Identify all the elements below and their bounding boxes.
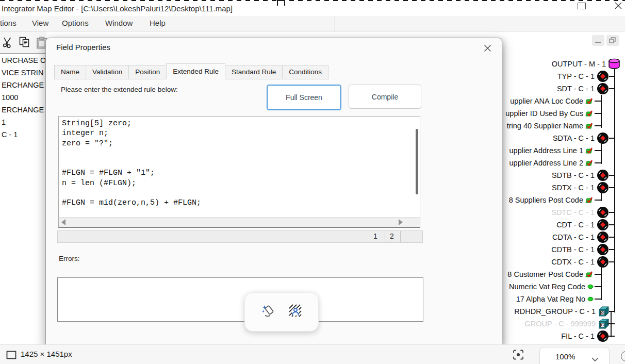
dialog-tab-strip: Name Validation Position Extended Rule S… bbox=[55, 63, 328, 79]
tab-conditions[interactable]: Conditions bbox=[282, 65, 328, 79]
tree-trunk-line bbox=[614, 69, 615, 312]
tree-branch-line bbox=[601, 139, 602, 164]
extended-rule-editor[interactable]: String[5] zero; integer n; zero = "?"; #… bbox=[58, 116, 420, 227]
menu-item-view[interactable]: View bbox=[32, 19, 48, 27]
tree-node[interactable]: RDHDR_GROUP - C - 1G bbox=[514, 305, 615, 318]
menu-item-window[interactable]: Window bbox=[105, 19, 133, 27]
tree-node[interactable]: 8 Suppliers Post Code bbox=[509, 194, 602, 206]
tree-node-label[interactable]: ERCHANGE bbox=[2, 81, 44, 91]
menu-item-help[interactable]: Help bbox=[150, 19, 166, 27]
tree-node-label: tring 40 Supplier Name bbox=[507, 122, 583, 130]
window-close-icon[interactable] bbox=[614, 2, 622, 10]
extended-rule-prompt: Please enter the extended rule below: bbox=[61, 86, 178, 93]
tree-node[interactable]: SDT - C - 1 bbox=[557, 82, 615, 95]
zoom-dropdown[interactable]: 100% bbox=[539, 347, 610, 364]
tab-extended-rule[interactable]: Extended Rule bbox=[166, 63, 225, 79]
tree-node-label: upplier Address Line 2 bbox=[509, 159, 584, 167]
toolbar-border bbox=[0, 53, 46, 54]
dialog-close-icon[interactable] bbox=[482, 43, 492, 53]
segment-loop-icon bbox=[597, 219, 609, 231]
svg-text:G: G bbox=[601, 323, 604, 327]
circle-icon bbox=[597, 243, 609, 256]
gcube-icon: G bbox=[598, 306, 609, 317]
menu-item-tions[interactable]: tions bbox=[0, 19, 17, 27]
tree-node-label: SDTB - C - 1 bbox=[552, 171, 595, 179]
check-icon bbox=[585, 147, 594, 154]
dialog-title: Field Properties bbox=[56, 43, 110, 52]
tree-node-label[interactable]: VICE STRIN bbox=[2, 69, 43, 79]
status-column: 2 bbox=[390, 232, 394, 240]
errors-box[interactable] bbox=[57, 277, 423, 322]
tree-node[interactable]: GROUP - C - 999999G bbox=[524, 318, 615, 330]
group-cube-icon: G bbox=[598, 306, 609, 317]
mapped-field-check-icon bbox=[585, 122, 594, 129]
mapped-field-check-icon bbox=[585, 97, 594, 105]
tab-position[interactable]: Position bbox=[128, 65, 167, 79]
tree-node[interactable]: SDTX - C - 1 bbox=[552, 181, 615, 194]
tree-node-label[interactable]: C - 1 bbox=[2, 130, 18, 141]
tree-node-label[interactable]: 1 bbox=[2, 118, 6, 128]
tree-node-label: 8 Customer Post Code bbox=[507, 270, 583, 278]
circle-icon bbox=[597, 169, 609, 181]
tree-node-label[interactable]: ERCHANGE bbox=[2, 106, 44, 116]
cylinder-icon bbox=[608, 58, 620, 70]
tree-node[interactable]: 8 Customer Post Code bbox=[507, 268, 602, 280]
tree-node-label: SDTA - C - 1 bbox=[553, 134, 595, 142]
cut-icon[interactable] bbox=[3, 37, 13, 50]
dot-icon bbox=[587, 284, 594, 289]
tree-node[interactable]: upplier Address Line 1 bbox=[509, 144, 602, 157]
tree-node[interactable]: SDTC - C - 1 bbox=[551, 206, 615, 219]
tree-node[interactable]: CDTA - C - 1 bbox=[552, 231, 615, 243]
tree-node-label: GROUP - C - 999999 bbox=[524, 320, 596, 328]
status-line: 1 bbox=[373, 232, 377, 240]
tree-node[interactable]: FIL - C - 1 bbox=[561, 330, 615, 342]
segment-loop-icon bbox=[597, 206, 609, 219]
tree-node-label: CDTA - C - 1 bbox=[552, 233, 595, 241]
tree-node-label[interactable]: 1000 bbox=[2, 93, 18, 104]
tree-node-label[interactable]: URCHASE O bbox=[2, 56, 46, 67]
circle-icon bbox=[597, 132, 609, 144]
tree-node[interactable]: TYP - C - 1 bbox=[557, 70, 615, 82]
scroll-right-icon[interactable] bbox=[399, 219, 403, 225]
extended-rule-code[interactable]: String[5] zero; integer n; zero = "?"; #… bbox=[62, 119, 201, 208]
horizontal-scrollbar[interactable] bbox=[59, 217, 420, 227]
circle-icon bbox=[597, 256, 609, 268]
circle-icon bbox=[597, 231, 609, 243]
magic-eraser-icon[interactable] bbox=[261, 304, 275, 320]
menu-item-options[interactable]: Options bbox=[62, 19, 89, 27]
capture-area-icon[interactable] bbox=[512, 349, 524, 363]
selection-dashed-border bbox=[0, 0, 625, 1]
redact-person-icon[interactable] bbox=[289, 304, 302, 320]
tab-name[interactable]: Name bbox=[54, 65, 86, 79]
tree-node-label: CDTB - C - 1 bbox=[551, 245, 595, 254]
tree-branch-line bbox=[601, 95, 602, 128]
copy-icon[interactable] bbox=[19, 37, 30, 50]
mdi-restore-button[interactable] bbox=[606, 35, 619, 46]
window-restore-icon[interactable] bbox=[578, 3, 586, 9]
selection-top-handle[interactable] bbox=[277, 0, 285, 6]
tree-node[interactable]: SDTB - C - 1 bbox=[552, 169, 615, 181]
tree-node-label: 8 Suppliers Post Code bbox=[509, 196, 583, 204]
mdi-minimize-button[interactable] bbox=[592, 35, 604, 46]
tree-node[interactable]: upplier ID Used By Cus bbox=[505, 107, 602, 120]
tree-node[interactable]: CDTB - C - 1 bbox=[551, 243, 615, 256]
tree-node[interactable]: upplier Address Line 2 bbox=[509, 157, 602, 169]
tree-node[interactable]: 17 Alpha Vat Reg No bbox=[516, 293, 602, 305]
tree-node[interactable]: SDTA - C - 1 bbox=[553, 132, 615, 144]
tree-node[interactable]: CDTX - C - 1 bbox=[551, 256, 615, 268]
scroll-left-icon[interactable] bbox=[61, 219, 65, 225]
tab-validation[interactable]: Validation bbox=[86, 65, 129, 79]
vertical-scrollbar-thumb[interactable] bbox=[416, 129, 418, 194]
tree-node[interactable]: CDT - C - 1 bbox=[556, 219, 615, 231]
svg-text:G: G bbox=[601, 311, 604, 315]
circle-icon bbox=[597, 70, 609, 82]
compile-button[interactable]: Compile bbox=[349, 85, 421, 109]
tree-node[interactable]: tring 40 Supplier Name bbox=[507, 120, 602, 132]
tab-standard-rule[interactable]: Standard Rule bbox=[225, 65, 283, 79]
full-screen-button[interactable]: Full Screen bbox=[267, 85, 341, 110]
tree-node[interactable]: Numeric Vat Reg Code bbox=[509, 280, 602, 293]
tree-node[interactable]: upplier ANA Loc Code bbox=[510, 95, 602, 107]
tree-node[interactable]: OUTPUT - M - 1 bbox=[552, 58, 620, 70]
mapped-field-check-icon bbox=[585, 196, 594, 204]
menu-separator bbox=[0, 31, 625, 31]
